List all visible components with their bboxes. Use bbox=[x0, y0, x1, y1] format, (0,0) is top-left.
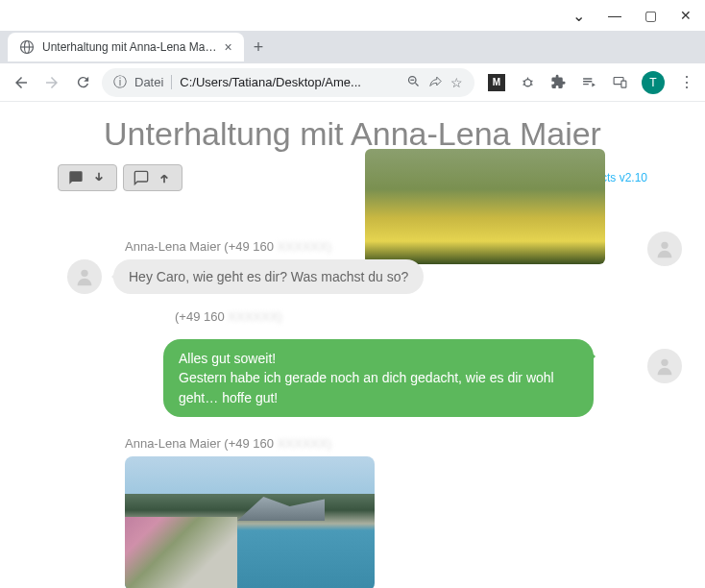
url-text: C:/Users/Tatiana/Desktop/Ame... bbox=[180, 75, 399, 89]
scroll-down-button[interactable] bbox=[58, 164, 117, 191]
profile-badge[interactable]: T bbox=[642, 71, 665, 94]
globe-icon bbox=[19, 39, 35, 55]
devices-icon[interactable] bbox=[611, 74, 628, 91]
svg-point-6 bbox=[523, 80, 530, 86]
new-tab-button[interactable]: + bbox=[254, 37, 264, 58]
message-block: (+49 160 XXXXXX) Alles gut soweit! Geste… bbox=[58, 309, 647, 417]
svg-point-14 bbox=[661, 242, 668, 249]
page-title: Unterhaltung mit Anna-Lena Maier bbox=[58, 115, 647, 153]
sender-label: (+49 160 XXXXXX) bbox=[175, 309, 647, 324]
chat-filled-icon bbox=[68, 170, 84, 185]
svg-line-10 bbox=[523, 85, 524, 86]
browser-tab[interactable]: Unterhaltung mit Anna-Lena Ma… × bbox=[8, 33, 244, 61]
avatar bbox=[647, 349, 682, 383]
tab-close-icon[interactable]: × bbox=[224, 39, 231, 55]
url-scheme-label: Datei bbox=[134, 75, 172, 89]
window-minimize-icon[interactable]: — bbox=[608, 8, 621, 23]
message-bubble-outgoing: Alles gut soweit! Gestern habe ich gerad… bbox=[163, 339, 594, 417]
image-attachment[interactable] bbox=[125, 456, 375, 588]
puzzle-icon[interactable] bbox=[549, 74, 567, 91]
reload-button[interactable] bbox=[71, 71, 94, 94]
message-row: Hey Caro, wie geht es dir? Was machst du… bbox=[67, 259, 647, 294]
info-icon[interactable]: ⓘ bbox=[113, 74, 127, 91]
toolbar-extensions: M T ⋮ bbox=[482, 71, 695, 94]
window-maximize-icon[interactable]: ▢ bbox=[644, 8, 657, 23]
page-content: Unterhaltung mit Anna-Lena Maier Exporte… bbox=[0, 102, 705, 588]
extension-bug-icon[interactable] bbox=[519, 74, 536, 91]
bookmark-icon[interactable]: ☆ bbox=[450, 75, 463, 90]
tab-bar: Unterhaltung mit Anna-Lena Ma… × + bbox=[0, 31, 705, 63]
window-dropdown-icon[interactable]: ⌄ bbox=[572, 7, 585, 25]
chat-outline-icon bbox=[134, 170, 149, 185]
scroll-up-button[interactable] bbox=[123, 164, 182, 191]
message-bubble-incoming: Hey Caro, wie geht es dir? Was machst du… bbox=[113, 259, 424, 294]
svg-line-9 bbox=[530, 81, 532, 82]
arrow-down-icon bbox=[91, 170, 107, 185]
omnibox[interactable]: ⓘ Datei C:/Users/Tatiana/Desktop/Ame... … bbox=[102, 68, 474, 97]
extension-m-icon[interactable]: M bbox=[488, 74, 505, 91]
svg-point-16 bbox=[661, 359, 668, 366]
tab-title: Unterhaltung mit Anna-Lena Ma… bbox=[42, 40, 216, 54]
message-row: Alles gut soweit! Gestern habe ich gerad… bbox=[163, 339, 647, 417]
svg-line-4 bbox=[415, 83, 418, 86]
svg-line-11 bbox=[530, 85, 532, 86]
share-icon[interactable] bbox=[428, 74, 443, 91]
zoom-icon[interactable] bbox=[406, 74, 421, 91]
nav-button-group bbox=[58, 164, 182, 191]
svg-point-15 bbox=[81, 270, 87, 277]
menu-icon[interactable]: ⋮ bbox=[678, 74, 695, 91]
address-bar: ⓘ Datei C:/Users/Tatiana/Desktop/Ame... … bbox=[0, 63, 705, 102]
playlist-icon[interactable] bbox=[580, 74, 597, 91]
image-attachment[interactable] bbox=[365, 149, 605, 264]
message-row bbox=[125, 456, 647, 588]
window-controls: ⌄ — ▢ ✕ bbox=[0, 0, 705, 31]
forward-button[interactable] bbox=[40, 71, 63, 94]
window-close-icon[interactable]: ✕ bbox=[680, 8, 692, 23]
chat-area: Anna-Lena Maier (+49 160 XXXXXX) Hey Car… bbox=[58, 239, 647, 588]
message-block: Anna-Lena Maier (+49 160 XXXXXX) bbox=[58, 436, 647, 588]
arrow-up-icon bbox=[157, 170, 172, 185]
svg-rect-13 bbox=[620, 81, 625, 87]
back-button[interactable] bbox=[10, 71, 33, 94]
svg-line-8 bbox=[523, 81, 524, 82]
avatar bbox=[67, 259, 102, 294]
sender-label: Anna-Lena Maier (+49 160 XXXXXX) bbox=[125, 436, 647, 451]
avatar bbox=[647, 232, 682, 266]
